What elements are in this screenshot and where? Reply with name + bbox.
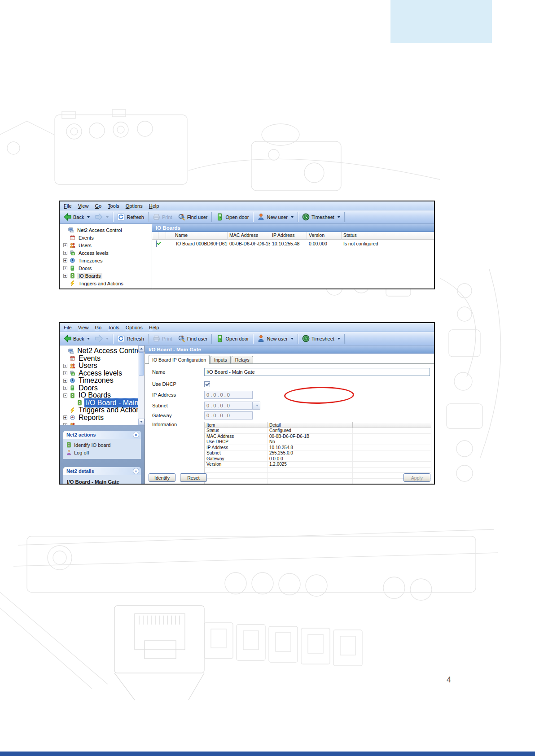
table-row[interactable]: IO Board 000BD60FD61B 00-0B-D6-0F-D6-1B … (152, 240, 434, 247)
identify-button[interactable]: Identify (149, 473, 175, 482)
dropdown-arrow-icon (87, 216, 90, 218)
menu-options[interactable]: Options (123, 202, 146, 210)
print-button[interactable]: Print (150, 212, 175, 222)
clock-icon (70, 378, 75, 384)
tree-item-doors[interactable]: +Doors (60, 264, 152, 272)
timesheet-button[interactable]: Timesheet (299, 212, 343, 222)
expand-icon[interactable]: + (63, 371, 67, 375)
information-label: Information (152, 422, 204, 427)
expand-icon[interactable]: + (63, 258, 67, 262)
tree-item-users[interactable]: +Users (60, 241, 152, 249)
menu-file[interactable]: File (61, 324, 75, 331)
expand-icon[interactable]: + (63, 274, 67, 278)
tab-inputs[interactable]: Inputs (210, 356, 231, 363)
scrollbar-thumb[interactable] (139, 352, 144, 376)
checkbox-checked-icon[interactable] (156, 240, 157, 247)
tree-scrollbar[interactable] (138, 345, 145, 425)
expand-icon[interactable]: + (63, 423, 67, 425)
menu-help[interactable]: Help (146, 202, 162, 210)
menu-view[interactable]: View (75, 324, 92, 331)
menu-file[interactable]: File (61, 202, 75, 210)
info-row-subnet: Subnet255.255.0.0 (205, 450, 431, 456)
navigation-tree: Net2 Access Control Events +Users +Acces… (60, 224, 152, 288)
tree-item-timezones[interactable]: +Timezones (60, 257, 152, 264)
io-board-icon (70, 273, 75, 279)
scroll-up-icon[interactable] (138, 345, 145, 352)
dropdown-arrow-icon (291, 216, 294, 218)
refresh-icon (117, 335, 125, 342)
column-header-version[interactable]: Version (307, 232, 342, 240)
tree-item-reports[interactable]: +Reports (60, 414, 138, 422)
open-door-button[interactable]: Open door (213, 334, 251, 343)
new-user-button[interactable]: New user (254, 334, 296, 343)
forward-button[interactable] (92, 334, 111, 343)
reset-button[interactable]: Reset (180, 473, 207, 482)
new-user-button[interactable]: New user (254, 212, 296, 222)
tab-strip: IO Board IP Configuration Inputs Relays (145, 354, 434, 364)
page-title: IO Boards (152, 224, 434, 232)
column-header-name[interactable]: Name (166, 232, 228, 240)
name-field[interactable]: I/O Board - Main Gate (204, 368, 430, 376)
expand-icon[interactable]: + (63, 415, 67, 420)
open-door-button[interactable]: Open door (213, 212, 251, 222)
subnet-dropdown-button[interactable] (253, 402, 260, 410)
refresh-button[interactable]: Refresh (114, 334, 147, 343)
refresh-button[interactable]: Refresh (114, 212, 147, 222)
tree-item-triggers-and-actions[interactable]: Triggers and Actions (60, 280, 152, 287)
tree-item-events[interactable]: Events (60, 234, 152, 241)
expand-icon[interactable]: + (63, 243, 67, 247)
open-door-icon (216, 335, 224, 342)
tree-item-events[interactable]: Events (60, 355, 138, 363)
toolbar-separator (148, 334, 149, 344)
details-value: I/O Board - Main Gate (66, 477, 139, 485)
collapse-up-icon[interactable]: « (133, 468, 139, 474)
menu-tools[interactable]: Tools (105, 202, 123, 210)
net2-details-header[interactable]: Net2 details « (63, 467, 141, 475)
column-header-ip[interactable]: IP Address (270, 232, 307, 240)
menu-view[interactable]: View (75, 202, 92, 210)
timesheet-button[interactable]: Timesheet (299, 334, 343, 343)
action-identify-io-board[interactable]: Identify IO board (66, 441, 139, 449)
dropdown-arrow-icon (106, 216, 109, 218)
tab-io-board-ip-configuration[interactable]: IO Board IP Configuration (149, 355, 210, 364)
menu-go[interactable]: Go (92, 324, 105, 331)
net2-actions-header[interactable]: Net2 actions « (63, 431, 141, 439)
back-button[interactable]: Back (61, 334, 92, 343)
menu-help[interactable]: Help (146, 324, 162, 331)
gateway-field[interactable]: 0 . 0 . 0 . 0 (204, 411, 253, 420)
expand-icon[interactable]: + (63, 364, 67, 368)
action-log-off[interactable]: Log off (66, 449, 139, 456)
collapse-icon[interactable]: - (63, 393, 67, 398)
apply-button[interactable]: Apply (403, 473, 430, 482)
find-user-button[interactable]: Find user (175, 334, 210, 343)
expand-icon[interactable]: + (63, 266, 67, 270)
monitor-icon (68, 348, 74, 354)
tree-item-io-boards[interactable]: +IO Boards (60, 272, 152, 280)
scroll-down-icon[interactable] (138, 419, 145, 425)
ip-address-field[interactable]: 0 . 0 . 0 . 0 (204, 391, 253, 399)
collapse-up-icon[interactable]: « (133, 432, 139, 438)
menu-tools[interactable]: Tools (105, 324, 123, 331)
menu-options[interactable]: Options (123, 324, 146, 331)
toolbar-separator (298, 212, 298, 222)
find-user-button[interactable]: Find user (175, 212, 210, 222)
back-button[interactable]: Back (61, 212, 92, 222)
subnet-field[interactable]: 0 . 0 . 0 . 0 (204, 402, 253, 410)
print-button[interactable]: Print (150, 334, 175, 343)
expand-icon[interactable]: + (63, 386, 67, 390)
expand-icon[interactable]: + (63, 251, 67, 255)
forward-button[interactable] (92, 212, 111, 222)
tab-relays[interactable]: Relays (232, 356, 253, 363)
use-dhcp-checkbox-checked[interactable] (204, 381, 210, 387)
toolbar: Back Refresh Print Find user Open door N… (60, 210, 434, 224)
tree-item-access-levels[interactable]: +Access levels (60, 249, 152, 257)
expand-icon[interactable]: + (63, 379, 67, 383)
tree-item-net2-access-control[interactable]: Net2 Access Control (60, 226, 152, 234)
page-title: I/O Board - Main Gate (145, 345, 434, 354)
column-header-mac[interactable]: MAC Address (228, 232, 270, 240)
column-header-status[interactable]: Status (342, 232, 434, 240)
column-header-detail[interactable]: Detail (268, 422, 353, 428)
reports-icon (70, 415, 75, 420)
column-header-item[interactable]: Item (205, 422, 268, 428)
menu-go[interactable]: Go (92, 202, 105, 210)
